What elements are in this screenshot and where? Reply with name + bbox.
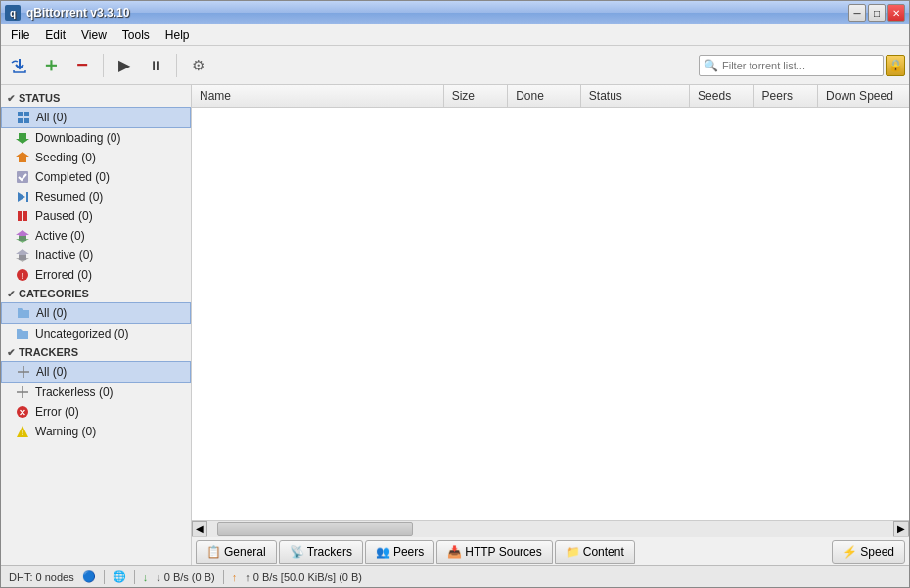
sidebar-tracker-warning-label: Warning (0) bbox=[35, 425, 96, 438]
content-area: Name Size Done Status Seeds Peers Down S… bbox=[192, 85, 909, 565]
tracker-all-icon bbox=[16, 364, 31, 380]
trackers-tab-icon: 📡 bbox=[290, 545, 304, 559]
sidebar-item-trackerless[interactable]: Trackerless (0) bbox=[1, 383, 191, 402]
sidebar-item-errored[interactable]: ! Errored (0) bbox=[1, 265, 191, 285]
search-input[interactable] bbox=[722, 60, 879, 71]
tracker-warning-icon: ! bbox=[15, 424, 30, 439]
status-sep-1 bbox=[104, 570, 105, 584]
speed-label: Speed bbox=[860, 545, 894, 559]
col-name[interactable]: Name bbox=[192, 85, 444, 107]
tab-general[interactable]: 📋 General bbox=[196, 540, 277, 564]
categories-section-header[interactable]: ✔ CATEGORIES bbox=[1, 285, 191, 302]
categories-section-label: CATEGORIES bbox=[19, 288, 89, 299]
col-seeds[interactable]: Seeds bbox=[690, 85, 754, 107]
col-peers[interactable]: Peers bbox=[754, 85, 819, 107]
seeding-icon bbox=[15, 150, 30, 165]
sidebar-item-active[interactable]: Active (0) bbox=[1, 226, 191, 246]
menu-view[interactable]: View bbox=[73, 26, 114, 44]
sidebar-item-all[interactable]: All (0) bbox=[1, 107, 191, 128]
sidebar-item-tracker-warning[interactable]: ! Warning (0) bbox=[1, 422, 191, 441]
sidebar-item-seeding[interactable]: Seeding (0) bbox=[1, 148, 191, 167]
sidebar-trackerless-label: Trackerless (0) bbox=[35, 385, 114, 399]
sidebar-active-label: Active (0) bbox=[35, 229, 85, 243]
sidebar-resumed-label: Resumed (0) bbox=[35, 190, 103, 204]
sidebar-item-resumed[interactable]: Resumed (0) bbox=[1, 187, 191, 206]
add-torrent-button[interactable]: ＋ bbox=[36, 51, 66, 80]
categories-check-icon: ✔ bbox=[7, 289, 15, 299]
resume-button[interactable]: ▶ bbox=[110, 51, 139, 80]
col-status[interactable]: Status bbox=[581, 85, 690, 107]
speed-button[interactable]: ⚡ Speed bbox=[832, 540, 905, 564]
sidebar-item-inactive[interactable]: Inactive (0) bbox=[1, 246, 191, 265]
toolbar-separator-2 bbox=[176, 54, 177, 77]
options-button[interactable]: ⚙ bbox=[183, 51, 212, 80]
trackers-section-header[interactable]: ✔ TRACKERS bbox=[1, 343, 191, 361]
svg-rect-3 bbox=[24, 118, 29, 123]
col-size[interactable]: Size bbox=[444, 85, 509, 107]
inactive-icon bbox=[15, 248, 30, 263]
status-section-header[interactable]: ✔ STATUS bbox=[1, 89, 191, 107]
sidebar-item-uncategorized[interactable]: Uncategorized (0) bbox=[1, 324, 191, 343]
remove-torrent-button[interactable]: − bbox=[68, 51, 97, 80]
sidebar-downloading-label: Downloading (0) bbox=[35, 131, 120, 145]
active-icon bbox=[15, 228, 30, 244]
trackers-tab-label: Trackers bbox=[307, 545, 352, 559]
sidebar-item-downloading[interactable]: Downloading (0) bbox=[1, 128, 191, 148]
torrent-table[interactable]: Name Size Done Status Seeds Peers Down S… bbox=[192, 85, 909, 520]
trackers-section-label: TRACKERS bbox=[19, 346, 78, 358]
speed-icon: ⚡ bbox=[842, 545, 857, 559]
maximize-button[interactable]: □ bbox=[868, 4, 886, 22]
tab-trackers[interactable]: 📡 Trackers bbox=[279, 540, 363, 564]
menu-tools[interactable]: Tools bbox=[114, 26, 158, 44]
horizontal-scrollbar[interactable]: ◀ ▶ bbox=[192, 520, 909, 536]
close-button[interactable]: ✕ bbox=[887, 4, 905, 22]
svg-text:✕: ✕ bbox=[19, 408, 26, 418]
status-bar: DHT: 0 nodes 🔵 🌐 ↓ ↓ 0 B/s (0 B) ↑ ↑ 0 B… bbox=[1, 565, 909, 587]
title-bar: q qBittorrent v3.3.10 ─ □ ✕ bbox=[1, 1, 909, 24]
tab-content[interactable]: 📁 Content bbox=[555, 540, 635, 564]
tab-http-sources[interactable]: 📥 HTTP Sources bbox=[436, 540, 552, 564]
sidebar-item-tracker-error[interactable]: ✕ Error (0) bbox=[1, 402, 191, 422]
svg-marker-5 bbox=[16, 152, 29, 162]
scroll-right-button[interactable]: ▶ bbox=[893, 521, 909, 537]
toolbar-separator-1 bbox=[103, 54, 104, 77]
http-sources-tab-icon: 📥 bbox=[447, 545, 462, 559]
sidebar-item-cat-all[interactable]: All (0) bbox=[1, 302, 191, 324]
table-header: Name Size Done Status Seeds Peers Down S… bbox=[192, 85, 909, 108]
minimize-button[interactable]: ─ bbox=[848, 4, 866, 22]
tab-peers[interactable]: 👥 Peers bbox=[365, 540, 434, 564]
status-sep-3 bbox=[223, 570, 224, 584]
scroll-left-button[interactable]: ◀ bbox=[192, 521, 207, 537]
window-title: qBittorrent v3.3.10 bbox=[26, 6, 129, 20]
scroll-track[interactable] bbox=[207, 521, 893, 537]
main-window: q qBittorrent v3.3.10 ─ □ ✕ File Edit Vi… bbox=[0, 0, 910, 588]
add-torrent-link-button[interactable] bbox=[5, 51, 34, 80]
down-icon: ↓ bbox=[143, 571, 149, 583]
scroll-thumb[interactable] bbox=[217, 522, 413, 536]
sidebar-item-completed[interactable]: Completed (0) bbox=[1, 167, 191, 187]
col-done[interactable]: Done bbox=[508, 85, 581, 107]
up-speed-text: ↑ 0 B/s [50.0 KiB/s] (0 B) bbox=[245, 571, 362, 583]
sidebar-uncategorized-label: Uncategorized (0) bbox=[35, 327, 128, 340]
http-sources-tab-label: HTTP Sources bbox=[465, 545, 541, 559]
menu-bar: File Edit View Tools Help bbox=[1, 24, 909, 46]
status-check-icon: ✔ bbox=[7, 93, 15, 104]
network-icon: 🌐 bbox=[113, 570, 126, 583]
sidebar-item-tracker-all[interactable]: All (0) bbox=[1, 361, 191, 383]
svg-marker-14 bbox=[16, 255, 29, 262]
col-down-speed[interactable]: Down Speed bbox=[818, 85, 909, 107]
pause-button[interactable]: ⏸ bbox=[141, 51, 170, 80]
sidebar-item-paused[interactable]: Paused (0) bbox=[1, 206, 191, 226]
menu-edit[interactable]: Edit bbox=[37, 26, 73, 44]
menu-file[interactable]: File bbox=[3, 26, 37, 44]
menu-help[interactable]: Help bbox=[158, 26, 198, 44]
down-speed-text: ↓ 0 B/s (0 B) bbox=[156, 571, 215, 583]
sidebar-cat-all-label: All (0) bbox=[36, 306, 67, 320]
general-tab-label: General bbox=[224, 545, 266, 559]
cat-all-icon bbox=[16, 305, 31, 321]
window-controls: ─ □ ✕ bbox=[848, 4, 905, 22]
toolbar: ＋ − ▶ ⏸ ⚙ 🔍 🔒 bbox=[1, 46, 909, 85]
sidebar-seeding-label: Seeding (0) bbox=[35, 151, 96, 164]
svg-text:!: ! bbox=[22, 429, 24, 437]
resumed-icon bbox=[15, 189, 30, 204]
